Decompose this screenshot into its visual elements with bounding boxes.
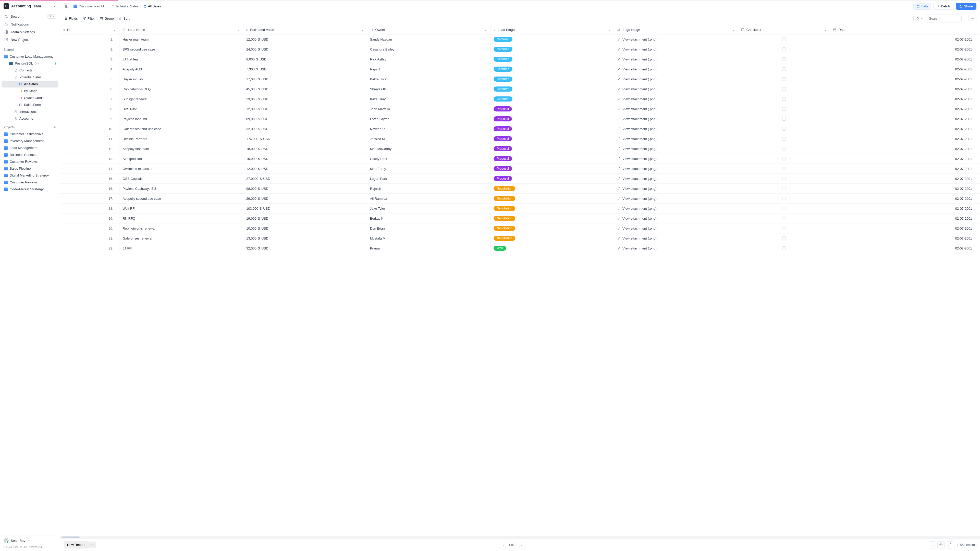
project-item[interactable]: Customer Testimonials [2,130,59,138]
sidebar-item-sales-form[interactable]: Sales Form [2,101,59,108]
cell-date[interactable]: 02-07-2001 [830,74,980,84]
cell-lead-name[interactable]: Galerprises renewal [119,233,243,243]
cell-checkbox[interactable] [738,94,830,104]
cell-checkbox[interactable] [738,134,830,144]
cell-lead-name[interactable]: Payless Cashways EU [119,184,243,194]
sidebar-item-accounts[interactable]: Accounts [2,115,59,122]
toolbar-filter[interactable]: Filter [83,17,95,21]
cell-owner[interactable]: Jake Tyler [367,203,490,213]
cell-lead-stage[interactable]: Proposal [490,114,614,124]
cell-estimated-value[interactable]: 13,000$USD [243,233,367,243]
cell-estimated-value[interactable]: 12,000$USD [243,164,367,174]
cell-lead-stage[interactable]: Won [490,243,614,253]
sidebar-item-owner-cards[interactable]: Owner Cards [2,94,59,101]
cell-lead-stage[interactable]: Captured [490,94,614,104]
cell-logo-image[interactable]: View attachment (.png) [614,164,738,174]
cell-logo-image[interactable]: View attachment (.png) [614,124,738,134]
cell-date[interactable]: 02-07-2001 [830,184,980,194]
cell-estimated-value[interactable]: 19,000$USD [243,213,367,224]
cell-estimated-value[interactable]: 98,000$USD [243,184,367,194]
cell-lead-name[interactable]: Huyler inquiry [119,74,243,84]
tab-data[interactable]: Data [913,3,931,10]
cell-lead-stage[interactable]: Proposal [490,144,614,154]
cell-lead-name[interactable]: BPS Pilot [119,104,243,114]
cell-owner[interactable]: Loren Layton [367,114,490,124]
user-menu[interactable]: Sean Ray [0,535,60,546]
cell-logo-image[interactable]: View attachment (.png) [614,144,738,154]
table-row[interactable]: 2.BPS second use case24,000$USDCasandra … [60,44,980,54]
checkbox-icon[interactable] [782,127,786,130]
cell-estimated-value[interactable]: 89,000$USD [243,114,367,124]
toolbar-fields[interactable]: Fields [64,17,78,21]
sidebar-item-postgresql[interactable]: PostgreSQLi [2,60,59,67]
cell-lead-name[interactable]: SI expansion [119,154,243,164]
table-row[interactable]: 14.Owlimited expansion12,000$USDMert Esr… [60,164,980,174]
checkbox-icon[interactable] [782,227,786,230]
cell-lead-stage[interactable]: Captured [490,74,614,84]
checkbox-icon[interactable] [782,246,786,250]
cell-date[interactable]: 02-07-2001 [830,134,980,144]
cell-checkbox[interactable] [738,164,830,174]
checkbox-icon[interactable] [782,177,786,180]
cell-owner[interactable]: Mustafa M [367,233,490,243]
horizontal-scrollbar[interactable] [60,536,980,538]
cell-lead-name[interactable]: JJ RFI [119,243,243,253]
toolbar-overflow[interactable] [968,15,977,22]
cell-logo-image[interactable]: View attachment (.png) [614,94,738,104]
cell-date[interactable]: 02-07-2001 [830,243,980,253]
share-button[interactable]: Share [956,3,977,10]
cell-lead-name[interactable]: Acepolly second use case [119,194,243,203]
cell-owner[interactable]: Rick Astley [367,54,490,64]
cell-owner[interactable]: Baltra Llyod [367,74,490,84]
project-item[interactable]: Sales Pipeline [2,165,59,172]
checkbox-icon[interactable] [782,187,786,190]
cell-lead-stage[interactable]: Captured [490,64,614,74]
chevron-down-icon[interactable]: ⌄ [608,28,611,32]
cell-checkbox[interactable] [738,203,830,213]
checkbox-icon[interactable] [782,38,786,41]
cell-lead-name[interactable]: Acepoly AUS [119,64,243,74]
cell-owner[interactable]: Pranav [367,243,490,253]
table-row[interactable]: 1.Huyler main team12,000$USDSandy Haegan… [60,35,980,44]
checkbox-icon[interactable] [782,77,786,81]
cell-logo-image[interactable]: View attachment (.png) [614,35,738,44]
checkbox-icon[interactable] [782,197,786,200]
project-item[interactable]: Business Contacts [2,151,59,158]
project-item[interactable]: Customer Reviews [2,158,59,165]
pager-next[interactable] [519,542,525,548]
cell-lead-name[interactable]: Huyler main team [119,35,243,44]
table-row[interactable]: 6.Robinetworks RFQ45,000$USDShreyas KBCa… [60,84,980,94]
cell-checkbox[interactable] [738,194,830,203]
chevron-down-icon[interactable]: ⌄ [113,28,116,32]
table-row[interactable]: 4.Acepoly AUS7,300$USDRaju UCapturedView… [60,64,980,74]
cell-owner[interactable]: Naveen R [367,124,490,134]
cell-date[interactable]: 02-07-2001 [830,84,980,94]
plus-icon[interactable] [53,125,56,129]
toolbar-sort[interactable]: Sort [118,17,130,21]
cell-lead-stage[interactable]: Captured [490,84,614,94]
cell-checkbox[interactable] [738,233,830,243]
nav-notifications[interactable]: Notifications [2,21,58,28]
table-row[interactable]: 15.OSS Capitals27,0000$USDLogan ParkProp… [60,174,980,184]
cell-lead-stage[interactable]: Captured [490,54,614,64]
sidebar-item-contacts[interactable]: Contacts [2,67,59,74]
checkbox-icon[interactable] [782,97,786,101]
cell-lead-stage[interactable]: Proposal [490,104,614,114]
cell-date[interactable]: 02-07-2001 [830,104,980,114]
search-input[interactable] [926,14,962,22]
cell-logo-image[interactable]: View attachment (.png) [614,104,738,114]
pager-prev[interactable] [500,542,506,548]
cell-lead-stage[interactable]: Negotiation [490,224,614,233]
workspace-switcher[interactable]: D Accounting Team [0,1,60,11]
cell-owner[interactable]: Jessica M [367,134,490,144]
cell-owner[interactable]: Berkay K [367,213,490,224]
cell-lead-name[interactable]: Payless inbound [119,114,243,124]
cell-estimated-value[interactable]: 24,000$USD [243,44,367,54]
toggle-sidebar-button[interactable] [64,3,70,10]
cell-date[interactable]: 02-07-2001 [830,114,980,124]
toolbar-more[interactable] [134,17,138,21]
project-item[interactable]: Digital Marketing Stratergy [2,172,59,179]
cell-lead-stage[interactable]: Proposal [490,154,614,164]
cell-date[interactable]: 02-07-2001 [830,144,980,154]
sidebar-item-interactions[interactable]: Interactions [2,108,59,115]
